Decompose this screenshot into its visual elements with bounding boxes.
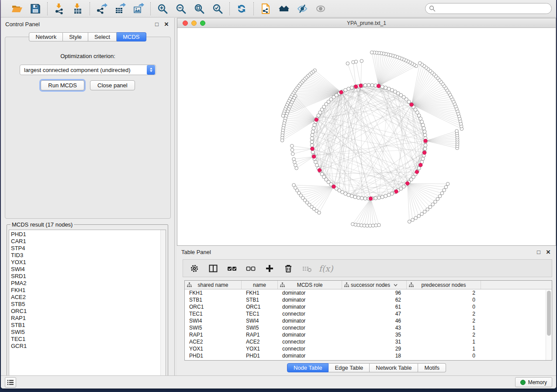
dominator-node[interactable] [318, 168, 321, 172]
network-node[interactable] [384, 194, 387, 198]
cell-shared-name[interactable]: YOX1 [185, 345, 242, 352]
leaf-node[interactable] [293, 161, 296, 164]
mcds-result-item[interactable]: GCR1 [11, 343, 166, 350]
leaf-node[interactable] [354, 60, 358, 63]
leaf-node[interactable] [370, 51, 374, 54]
cell-name[interactable]: SWI4 [242, 317, 278, 324]
import-network-icon[interactable] [54, 3, 65, 14]
leaf-node[interactable] [408, 220, 411, 224]
network-node[interactable] [384, 86, 387, 89]
dominator-node[interactable] [377, 84, 380, 88]
column-header-shared-name[interactable]: shared name [185, 281, 242, 289]
zoom-fit-icon[interactable] [194, 3, 205, 14]
cell-successor-nodes[interactable]: 62 [342, 296, 407, 303]
cell-predecessor-nodes[interactable]: 2 [407, 317, 481, 324]
network-node[interactable] [423, 147, 427, 151]
leaf-node[interactable] [292, 158, 296, 161]
network-node[interactable] [313, 123, 316, 127]
mcds-result-item[interactable]: STP4 [11, 245, 166, 252]
leaf-node[interactable] [291, 148, 294, 152]
cell-MCDS-role[interactable]: connector [278, 324, 342, 331]
mcds-result-item[interactable]: CAR1 [11, 238, 166, 245]
dominator-node[interactable] [359, 84, 363, 87]
table-row[interactable]: SWI4SWI4dominator462 [185, 317, 552, 324]
column-header-predecessor-nodes[interactable]: predecessor nodes [407, 281, 481, 289]
mcds-result-item[interactable]: TEC1 [11, 336, 166, 343]
home-networks-icon[interactable] [278, 3, 290, 14]
network-node[interactable] [310, 144, 314, 147]
network-node[interactable] [310, 137, 314, 140]
search-input[interactable] [425, 3, 552, 14]
cell-MCDS-role[interactable]: dominator [278, 317, 342, 324]
leaf-node[interactable] [411, 218, 415, 222]
tab-style[interactable]: Style [63, 32, 88, 41]
cell-predecessor-nodes[interactable]: 2 [407, 331, 481, 338]
mcds-result-item[interactable]: ORC1 [11, 308, 166, 315]
cell-predecessor-nodes[interactable]: 1 [407, 345, 481, 352]
leaf-node[interactable] [280, 139, 284, 142]
network-node[interactable] [424, 144, 427, 147]
network-node[interactable] [353, 195, 357, 199]
dominator-node[interactable] [312, 155, 315, 158]
network-node[interactable] [311, 150, 315, 154]
cell-predecessor-nodes[interactable]: 0 [407, 296, 481, 303]
cell-predecessor-nodes[interactable]: 0 [407, 303, 481, 310]
cell-name[interactable]: TEC1 [242, 310, 278, 317]
leaf-node[interactable] [438, 195, 442, 198]
leaf-node[interactable] [429, 205, 432, 209]
network-node[interactable] [344, 192, 347, 196]
cell-successor-nodes[interactable]: 96 [342, 289, 407, 296]
tab-motifs[interactable]: Motifs [418, 363, 446, 372]
node-table[interactable]: shared namenameMCDS rolesuccessor nodesp… [184, 280, 552, 361]
cell-MCDS-role[interactable]: dominator [278, 352, 342, 359]
leaf-node[interactable] [417, 214, 421, 218]
dominator-node[interactable] [369, 197, 372, 200]
add-column-icon[interactable] [264, 263, 275, 274]
mcds-result-item[interactable]: STB5 [11, 301, 166, 308]
leaf-node[interactable] [414, 217, 418, 220]
network-node[interactable] [347, 193, 350, 197]
zoom-in-icon[interactable] [157, 3, 168, 14]
cell-successor-nodes[interactable]: 18 [342, 352, 407, 359]
select-all-checkboxes-icon[interactable] [227, 263, 237, 274]
table-row[interactable]: ACE2ACE2connector311 [185, 338, 552, 345]
close-table-panel-icon[interactable]: ✕ [545, 248, 552, 255]
leaf-node[interactable] [360, 59, 363, 63]
refresh-icon[interactable] [236, 3, 247, 14]
cell-name[interactable]: SWI5 [242, 324, 278, 331]
network-node[interactable] [311, 133, 314, 137]
leaf-node[interactable] [446, 182, 450, 186]
cell-shared-name[interactable]: PHD1 [185, 352, 242, 359]
dominator-node[interactable] [419, 163, 422, 167]
network-node[interactable] [350, 86, 353, 89]
cell-successor-nodes[interactable]: 29 [342, 345, 407, 352]
mcds-result-item[interactable]: SWI5 [11, 329, 166, 336]
network-node[interactable] [312, 127, 315, 130]
column-layout-icon[interactable] [208, 263, 218, 274]
leaf-node[interactable] [443, 189, 446, 192]
run-mcds-button[interactable]: Run MCDS [41, 80, 84, 90]
cell-shared-name[interactable]: ACE2 [185, 338, 242, 345]
table-row[interactable]: PHD1PHD1dominator180 [185, 352, 552, 359]
cell-shared-name[interactable]: FKH1 [185, 289, 242, 296]
leaf-node[interactable] [418, 62, 422, 65]
dominator-node[interactable] [339, 90, 343, 94]
network-node[interactable] [423, 133, 427, 137]
dominator-node[interactable] [311, 147, 314, 151]
hide-graphic-details-icon[interactable] [297, 3, 308, 14]
network-node[interactable] [367, 83, 370, 87]
tab-network[interactable]: Network [29, 32, 63, 41]
mcds-result-item[interactable]: SWI4 [11, 266, 166, 273]
cell-predecessor-nodes[interactable]: 1 [407, 324, 481, 331]
cell-predecessor-nodes[interactable]: 2 [407, 310, 481, 317]
network-node[interactable] [363, 197, 367, 200]
cell-MCDS-role[interactable]: dominator [278, 296, 342, 303]
cell-successor-nodes[interactable]: 31 [342, 338, 407, 345]
mcds-result-item[interactable]: SRD1 [11, 273, 166, 280]
table-row[interactable]: TEC1TEC1connector472 [185, 310, 552, 317]
leaf-node[interactable] [426, 208, 429, 211]
network-node[interactable] [377, 196, 381, 199]
table-row[interactable]: YOX1YOX1connector291 [185, 345, 552, 352]
cell-predecessor-nodes[interactable]: 2 [407, 289, 481, 296]
open-file-icon[interactable] [11, 3, 23, 14]
